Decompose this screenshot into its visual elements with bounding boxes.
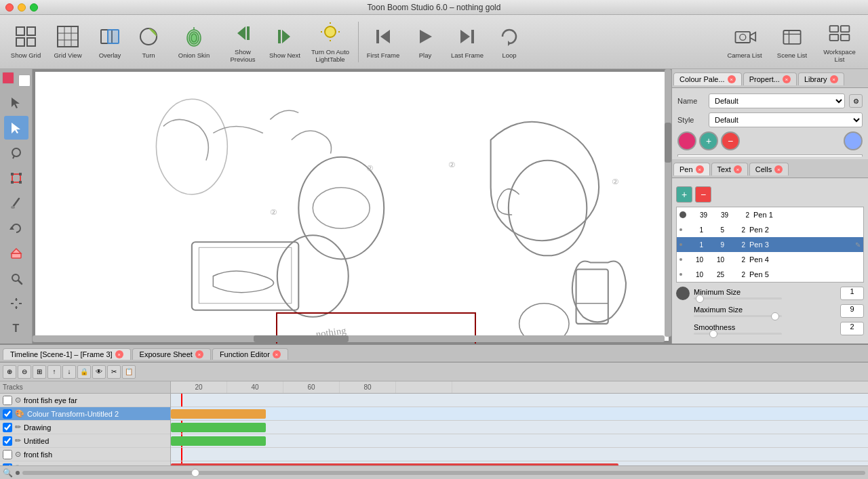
tl-btn-8[interactable]: ✂ [107, 365, 121, 379]
colour-swatch-fg[interactable] [2, 72, 14, 84]
close-button[interactable] [5, 3, 14, 12]
track-front-fish-eye-far[interactable]: ⊙ front fish eye far [0, 394, 170, 407]
track-check-front-fish[interactable] [3, 450, 12, 459]
zoom-thumb[interactable] [191, 469, 199, 477]
colour-block[interactable] [171, 409, 266, 419]
tl-btn-9[interactable]: 📋 [122, 365, 136, 379]
max-size-slider[interactable] [694, 315, 782, 317]
canvas-scroll-h[interactable] [33, 335, 665, 342]
properties-tab[interactable]: Propert... × [743, 72, 797, 85]
first-frame-button[interactable]: First Frame [363, 18, 403, 66]
pen-item-2[interactable]: 1 5 2 Pen 2 [677, 222, 863, 237]
drag-tool[interactable] [4, 292, 28, 316]
loop-button[interactable]: Loop [489, 18, 530, 66]
zoom-tool[interactable] [4, 267, 28, 291]
brush-tool[interactable] [4, 191, 28, 215]
pen-item-5[interactable]: 10 25 2 Pen 5 [677, 267, 863, 282]
text-tab-close[interactable]: × [734, 165, 742, 173]
drawing-block[interactable] [171, 423, 266, 432]
palette-add-btn[interactable]: + [699, 131, 718, 150]
cells-tab[interactable]: Cells × [749, 163, 789, 175]
min-size-slider[interactable] [694, 297, 782, 299]
colour-palette-tab[interactable]: Colour Pale... × [673, 72, 742, 85]
pen-item-3[interactable]: 1 9 2 Pen 3 ✎ [677, 237, 863, 252]
cells-tab-close[interactable]: × [774, 165, 783, 173]
palette-del-btn[interactable]: − [721, 131, 740, 150]
tl-btn-1[interactable]: ⊕ [3, 365, 16, 379]
canvas-scroll-v-thumb[interactable] [665, 123, 671, 163]
properties-close[interactable]: × [783, 75, 791, 83]
smoothness-value[interactable]: 2 [840, 322, 864, 335]
max-size-thumb[interactable] [771, 312, 779, 320]
camera-list-button[interactable]: Camera List [722, 18, 768, 66]
pointer-tool[interactable] [4, 116, 28, 140]
library-close[interactable]: × [830, 75, 838, 83]
min-size-thumb[interactable] [696, 295, 704, 303]
function-editor-tab[interactable]: Function Editor × [212, 348, 288, 360]
track-drawing[interactable]: ✏ Drawing [0, 421, 170, 434]
text-tab[interactable]: Text × [711, 163, 748, 175]
show-previous-button[interactable]: Show Previous [222, 18, 263, 66]
palette-gear-btn[interactable]: ⚙ [849, 94, 863, 108]
zoom-slider[interactable] [22, 471, 865, 475]
canvas-scroll-v[interactable] [665, 69, 671, 337]
exposure-sheet-tab[interactable]: Exposure Sheet × [132, 348, 211, 360]
library-tab[interactable]: Library × [798, 72, 844, 85]
colour-swatch-bg[interactable] [18, 75, 31, 87]
show-next-button[interactable]: Show Next [264, 18, 305, 66]
track-check-colour[interactable] [3, 409, 12, 419]
rotate-tool[interactable] [4, 216, 28, 240]
pen-item-1[interactable]: 39 39 2 Pen 1 [677, 207, 863, 222]
camera-block[interactable] [171, 463, 618, 465]
palette-swatch-pink[interactable] [677, 131, 696, 150]
colour-item-101[interactable]: Colour 101 [678, 155, 862, 157]
workspace-list-button[interactable]: Workspace List [816, 18, 863, 66]
lasso-tool[interactable] [4, 141, 28, 165]
transform-tool[interactable] [4, 166, 28, 190]
max-size-value[interactable]: 9 [840, 304, 864, 318]
pen-add-btn[interactable]: + [676, 186, 692, 203]
min-size-value[interactable]: 1 [840, 287, 864, 300]
grid-view-button[interactable]: Grid View [47, 18, 88, 66]
show-grid-button[interactable]: Show Grid [5, 18, 46, 66]
timeline-tab[interactable]: Timeline [Scene-1] – [Frame 3] × [3, 348, 131, 360]
smoothness-slider[interactable] [694, 333, 782, 335]
scene-list-button[interactable]: Scene List [769, 18, 815, 66]
minimize-button[interactable] [18, 3, 26, 12]
eraser-tool[interactable] [4, 242, 28, 266]
pen-del-btn[interactable]: − [695, 186, 711, 203]
turn-button[interactable]: Turn [132, 18, 165, 66]
colour-palette-close[interactable]: × [728, 75, 736, 83]
tl-btn-6[interactable]: 🔒 [77, 365, 91, 379]
last-frame-button[interactable]: Last Frame [447, 18, 488, 66]
maximize-button[interactable] [30, 3, 38, 12]
select-tool[interactable] [4, 91, 28, 114]
pen-tab[interactable]: Pen × [673, 163, 710, 175]
track-check-fish-eye[interactable] [3, 396, 12, 405]
track-front-fish[interactable]: ⊙ front fish [0, 448, 170, 461]
smoothness-thumb[interactable] [709, 330, 717, 338]
tl-btn-2[interactable]: ⊖ [18, 365, 31, 379]
tl-btn-3[interactable]: ⊞ [33, 365, 46, 379]
track-check-drawing[interactable] [3, 423, 12, 432]
tl-btn-7[interactable]: 👁 [92, 365, 106, 379]
text-tool[interactable]: T [4, 317, 28, 341]
palette-style-select[interactable]: Default [709, 112, 863, 127]
function-tab-close[interactable]: × [273, 350, 281, 358]
track-colour-transform[interactable]: 🎨 Colour Transform-Untitled 2 [0, 407, 170, 421]
onion-skin-button[interactable]: Onion Skin [167, 18, 221, 66]
auto-lighttable-button[interactable]: Turn On Auto LightTable [307, 18, 354, 66]
canvas-scroll-thumb[interactable] [254, 335, 349, 342]
pen-item-4[interactable]: 10 10 2 Pen 4 [677, 252, 863, 267]
timeline-tab-close[interactable]: × [115, 350, 123, 358]
pen-tab-close[interactable]: × [696, 165, 704, 173]
tl-btn-4[interactable]: ↑ [47, 365, 61, 379]
tl-btn-5[interactable]: ↓ [62, 365, 76, 379]
overlay-button[interactable]: Overlay [90, 18, 130, 66]
exposure-tab-close[interactable]: × [195, 350, 203, 358]
palette-grid-btn[interactable] [844, 131, 863, 150]
play-button[interactable]: Play [405, 18, 446, 66]
untitled-block[interactable] [171, 436, 266, 446]
palette-name-select[interactable]: Default [709, 93, 845, 108]
track-untitled[interactable]: ✏ Untitled [0, 434, 170, 448]
